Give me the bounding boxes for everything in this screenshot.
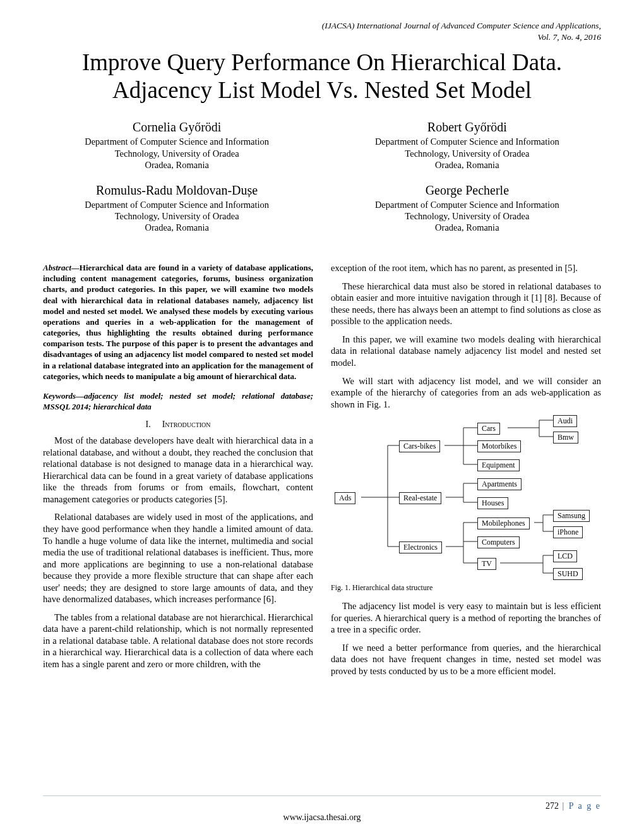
keywords: Keywords—adjacency list model; nested se… bbox=[43, 390, 313, 412]
para: Most of the database developers have dea… bbox=[43, 435, 313, 505]
node-cars-bikes: Cars-bikes bbox=[399, 440, 440, 452]
node-bmw: Bmw bbox=[553, 432, 578, 444]
page-number-value: 272 bbox=[546, 801, 559, 811]
footer-url: www.ijacsa.thesai.org bbox=[0, 813, 644, 823]
abstract: Abstract—Hierarchical data are found in … bbox=[43, 262, 313, 382]
journal-header: (IJACSA) International Journal of Advanc… bbox=[43, 20, 601, 42]
figure-1-hierarchy-diagram: Ads Cars-bikes Real-estate Electronics C… bbox=[331, 416, 596, 578]
author-3: Romulus-Radu Moldovan-Dușe Department of… bbox=[43, 183, 311, 233]
node-audi: Audi bbox=[553, 415, 577, 427]
node-tv: TV bbox=[477, 558, 496, 570]
abstract-label: Abstract— bbox=[43, 263, 80, 272]
node-mobilephones: Mobilephones bbox=[477, 517, 530, 529]
para: If we need a better performance from que… bbox=[331, 642, 601, 677]
author-affiliation: Department of Computer Science and Infor… bbox=[43, 136, 311, 170]
node-real-estate: Real-estate bbox=[399, 492, 441, 504]
author-name: Romulus-Radu Moldovan-Dușe bbox=[43, 183, 311, 198]
authors-block: Cornelia Győrödi Department of Computer … bbox=[43, 120, 601, 246]
node-electronics: Electronics bbox=[399, 541, 442, 553]
abstract-text: Hierarchical data are found in a variety… bbox=[43, 263, 313, 381]
left-column: Abstract—Hierarchical data are found in … bbox=[43, 262, 313, 683]
page-number: 272 | P a g e bbox=[546, 801, 601, 811]
node-equipment: Equipment bbox=[477, 459, 520, 471]
node-motorbikes: Motorbikes bbox=[477, 440, 521, 452]
author-2: Robert Győrödi Department of Computer Sc… bbox=[333, 120, 601, 170]
para: Relational databases are widely used in … bbox=[43, 511, 313, 605]
node-lcd: LCD bbox=[553, 550, 577, 562]
keywords-text: adjacency list model; nested set model; … bbox=[43, 391, 313, 411]
author-1: Cornelia Győrödi Department of Computer … bbox=[43, 120, 311, 170]
para: exception of the root item, which has no… bbox=[331, 262, 601, 274]
section-title: Introduction bbox=[162, 420, 211, 429]
keywords-label: Keywords— bbox=[43, 391, 84, 401]
author-name: George Pecherle bbox=[333, 183, 601, 198]
right-column: exception of the root item, which has no… bbox=[331, 262, 601, 683]
node-computers: Computers bbox=[477, 536, 520, 548]
para: The adjacency list model is very easy to… bbox=[331, 600, 601, 636]
page-label: | P a g e bbox=[559, 801, 601, 811]
node-ads: Ads bbox=[335, 492, 355, 504]
node-cars: Cars bbox=[477, 423, 500, 435]
author-affiliation: Department of Computer Science and Infor… bbox=[333, 136, 601, 170]
node-apartments: Apartments bbox=[477, 478, 522, 490]
section-heading-1: I.Introduction bbox=[43, 420, 313, 430]
section-number: I. bbox=[145, 420, 150, 429]
node-suhd: SUHD bbox=[553, 568, 583, 580]
author-name: Cornelia Győrödi bbox=[43, 120, 311, 135]
author-affiliation: Department of Computer Science and Infor… bbox=[43, 199, 311, 233]
node-samsung: Samsung bbox=[553, 510, 590, 522]
journal-line2: Vol. 7, No. 4, 2016 bbox=[43, 32, 601, 43]
paper-title: Improve Query Performance On Hierarchica… bbox=[43, 49, 601, 104]
author-4: George Pecherle Department of Computer S… bbox=[333, 183, 601, 233]
two-column-body: Abstract—Hierarchical data are found in … bbox=[43, 262, 601, 683]
author-affiliation: Department of Computer Science and Infor… bbox=[333, 199, 601, 233]
footer-divider bbox=[43, 795, 601, 796]
para: The tables from a relational database ar… bbox=[43, 612, 313, 670]
para: These hierarchical data must also be sto… bbox=[331, 281, 601, 327]
figure-1-caption: Fig. 1. Hierarchical data structure bbox=[331, 583, 601, 593]
node-houses: Houses bbox=[477, 497, 508, 509]
para: In this paper, we will examine two model… bbox=[331, 334, 601, 369]
para: We will start with adjacency list model,… bbox=[331, 375, 601, 411]
author-name: Robert Győrödi bbox=[333, 120, 601, 135]
journal-line1: (IJACSA) International Journal of Advanc… bbox=[43, 20, 601, 32]
node-iphone: iPhone bbox=[553, 526, 583, 538]
